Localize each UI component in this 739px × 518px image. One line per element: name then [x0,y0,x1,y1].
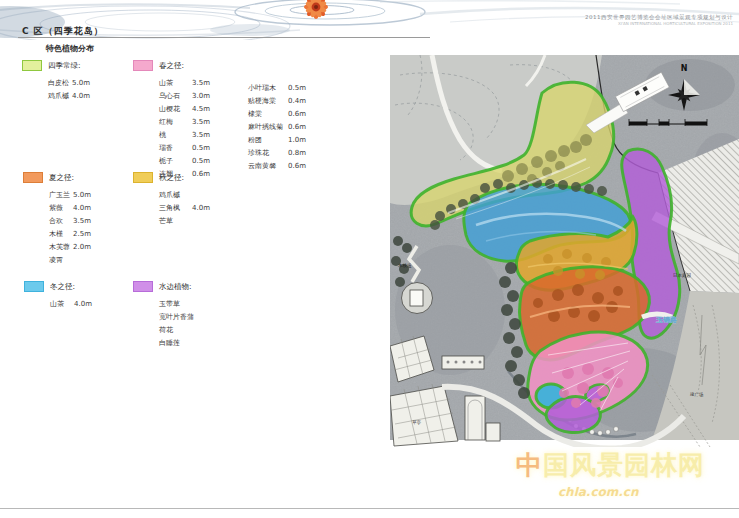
legend-block-evergreen: 四季常绿: 白皮松5.0m 鸡爪槭4.0m [22,60,90,102]
legend-item: 芒草 [159,214,210,227]
legend-item: 山茶4.0m [50,297,92,310]
project-title-cn: 2011西安世界园艺博览会会址区域景观专项规划与设计 [585,13,733,21]
label-road: 玉锦路 [655,316,678,324]
legend-item: 珍珠花0.8m [248,146,306,159]
winter-swatch-icon [24,281,44,292]
project-title-block: 2011西安世界园艺博览会会址区域景观专项规划与设计 XI'AN INTERNA… [585,13,733,27]
legend-item: 凌霄 [49,253,91,266]
legend-item: 麻叶绣线菊0.6m [248,120,306,133]
legend-item: 鸡爪槭4.0m [48,89,90,102]
legend-block-autumn: 秋之径: 鸡爪槭 三角枫4.0m 芒草 [133,172,210,227]
legend-item: 云南黄馨0.6m [248,159,306,172]
spring-swatch-icon [133,60,153,71]
legend-label: 四季常绿: [48,61,81,71]
page-subtitle: 特色植物分布 [46,43,94,54]
legend-block-summer: 夏之径: 广玉兰5.0m 紫薇4.0m 合欢3.5m 木槿2.5m 木芙蓉2.0… [23,172,91,266]
waterside-swatch-icon [133,281,153,292]
legend-item: 山茶3.5m [159,76,210,89]
watermark-url: chla.com.cn [558,485,738,499]
legend-block-winter: 冬之径: 山茶4.0m [24,281,92,310]
legend-item: 荷花 [159,323,192,336]
legend-item: 鸡爪槭 [159,188,210,201]
label-japanese-garden: 日本庭园 [673,273,691,278]
legend-label: 水边植物: [159,282,192,292]
legend-item: 白睡莲 [159,336,192,349]
legend-item: 瑞香0.5m [159,141,210,154]
legend-item: 木芙蓉2.0m [49,240,91,253]
legend-item: 粉团1.0m [248,133,306,146]
legend-item: 山樱花4.5m [159,102,210,115]
legend-item: 白皮松5.0m [48,76,90,89]
legend-item: 小叶瑞木0.5m [248,81,306,94]
site-plan-map: N 木栈道 日本庭园 玉锦路 建广场 草亭 [390,55,739,447]
title-rule [18,37,430,38]
label-boardwalk: 木栈道 [398,263,412,268]
document-page: 2011西安世界园艺博览会会址区域景观专项规划与设计 XI'AN INTERNA… [0,0,739,518]
label-pavilion: 草亭 [412,420,422,425]
legend-item: 红梅3.5m [159,115,210,128]
legend-label: 夏之径: [49,173,74,183]
legend-item: 贴梗海棠0.4m [248,94,306,107]
footer-rule [0,508,739,509]
summer-swatch-icon [23,172,43,183]
legend-item: 合欢3.5m [49,214,91,227]
flower-icon [304,0,328,19]
legend-item: 栀子0.5m [159,154,210,167]
legend-item: 乌心石3.0m [159,89,210,102]
watermark-text: 国风景园林网 [543,450,705,480]
legend-label: 冬之径: [50,282,75,292]
legend-label: 春之径: [159,61,184,71]
watermark-logo: 中 [516,450,543,480]
watermark: 中国风景园林网 chla.com.cn [516,448,738,499]
legend-item: 棣棠0.6m [248,107,306,120]
legend-block-spring: 春之径: 山茶3.5m 乌心石3.0m 山樱花4.5m 红梅3.5m 桃3.5m… [133,60,210,180]
autumn-swatch-icon [133,172,153,183]
legend-item: 紫薇4.0m [49,201,91,214]
legend-item: 桃3.5m [159,128,210,141]
legend-item: 玉带草 [159,297,192,310]
legend-item: 三角枫4.0m [159,201,210,214]
legend-label: 秋之径: [159,173,184,183]
evergreen-swatch-icon [22,60,42,71]
legend-item: 木槿2.5m [49,227,91,240]
svg-text:N: N [681,64,688,73]
legend-item: 宽叶片香蒲 [159,310,192,323]
project-title-en: XI'AN INTERNATIONAL HORTICULTURAL EXPOSI… [585,21,733,27]
legend-block-waterside: 水边植物: 玉带草 宽叶片香蒲 荷花 白睡莲 [133,281,192,349]
legend-item: 广玉兰5.0m [49,188,91,201]
